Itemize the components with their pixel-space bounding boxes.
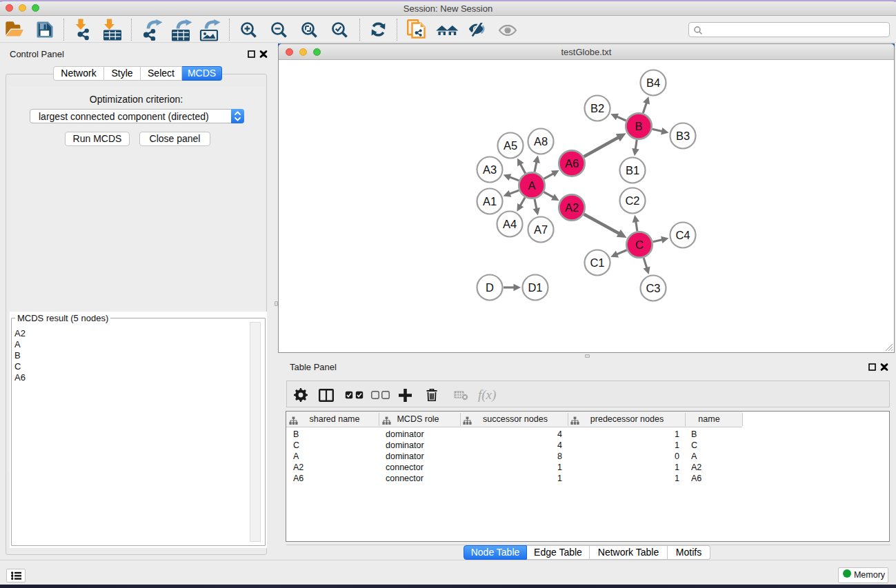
svg-text:D: D bbox=[486, 281, 494, 294]
svg-text:C1: C1 bbox=[590, 256, 604, 269]
svg-text:A3: A3 bbox=[483, 163, 497, 176]
svg-text:A5: A5 bbox=[504, 139, 517, 152]
svg-text:A2: A2 bbox=[565, 201, 579, 214]
svg-text:C2: C2 bbox=[625, 194, 639, 207]
svg-text:B3: B3 bbox=[676, 130, 690, 142]
svg-text:B: B bbox=[635, 120, 642, 132]
svg-text:C: C bbox=[635, 239, 644, 251]
svg-text:C4: C4 bbox=[675, 229, 690, 241]
svg-text:A1: A1 bbox=[483, 195, 497, 207]
svg-text:A4: A4 bbox=[503, 218, 517, 230]
svg-text:C3: C3 bbox=[646, 282, 660, 294]
svg-text:A7: A7 bbox=[534, 223, 548, 236]
svg-text:A: A bbox=[528, 179, 535, 192]
svg-text:D1: D1 bbox=[528, 281, 542, 294]
svg-text:A6: A6 bbox=[565, 157, 579, 170]
svg-text:B2: B2 bbox=[590, 102, 604, 114]
svg-text:B1: B1 bbox=[626, 164, 639, 176]
svg-text:A8: A8 bbox=[534, 135, 548, 148]
svg-text:B4: B4 bbox=[646, 77, 660, 89]
